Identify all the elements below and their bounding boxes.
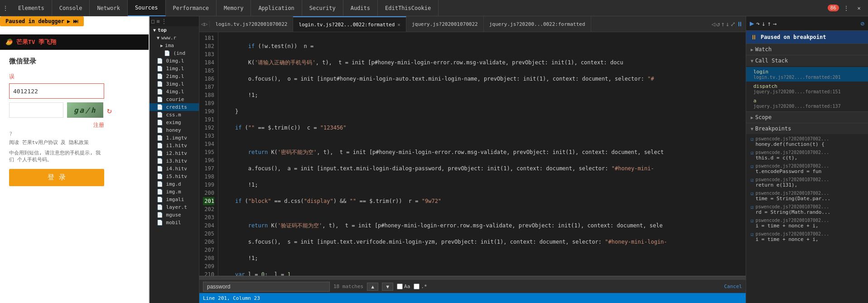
captcha-input[interactable] — [9, 102, 63, 118]
tab-ctrl-5[interactable]: ⤢ — [730, 20, 736, 28]
bp-check-5[interactable]: ☑ — [751, 204, 754, 210]
tree-item-imgtv[interactable]: 📄 1.imgtv — [149, 134, 199, 142]
step-btn[interactable]: → — [773, 20, 776, 27]
search-input[interactable] — [203, 282, 330, 292]
close-devtools-btn[interactable]: ✕ — [854, 3, 864, 14]
bp-check-7[interactable]: ☑ — [751, 231, 754, 237]
tree-item-layer[interactable]: 📄 layer.t — [149, 203, 199, 211]
call-stack-header[interactable]: ▼ Call Stack — [746, 55, 868, 66]
tab-console[interactable]: Console — [52, 0, 90, 16]
regex-checkbox[interactable] — [414, 284, 420, 289]
ln-185: 185 — [203, 67, 214, 75]
horizontal-scrollbar[interactable] — [199, 276, 746, 279]
deactivate-bp-btn[interactable]: ⊘ — [861, 20, 864, 27]
devtools-menu-btn[interactable]: ⋮ — [0, 3, 11, 14]
search-next-btn[interactable]: ▼ — [382, 283, 393, 291]
tab-nav-left[interactable]: ◁ — [201, 21, 204, 27]
call-stack-item-0[interactable]: login login.tv.js?202....formatted:201 — [746, 67, 868, 82]
bp-check-4[interactable]: ☑ — [751, 191, 754, 197]
tab-performance[interactable]: Performance — [166, 0, 217, 16]
more-options-btn[interactable]: ⋮ — [841, 3, 852, 14]
tab-memory[interactable]: Memory — [217, 0, 251, 16]
tree-item-mobil[interactable]: 📄 mobil — [149, 219, 199, 226]
tab-elements[interactable]: Elements — [11, 0, 52, 16]
tab-nav-right[interactable]: ▷ — [204, 21, 207, 27]
tab-audits[interactable]: Audits — [343, 0, 378, 16]
preview-content: 🥭 芒果TV 季飞翔 微信登录 误 4012122 — [0, 16, 149, 303]
tree-item-imgali[interactable]: 📄 imgali — [149, 196, 199, 203]
close-tab-btn[interactable]: ✕ — [397, 22, 400, 28]
tree-btn1[interactable]: □ — [151, 18, 154, 24]
call-stack-item-1[interactable]: dispatch jquery.js?20200....formatted:15… — [746, 82, 868, 96]
tab-security[interactable]: Security — [302, 0, 343, 16]
tab-sources[interactable]: Sources — [128, 0, 166, 16]
breakpoints-header[interactable]: ▼ Breakpoints — [746, 123, 868, 134]
tree-item-imgd[interactable]: 📄 img.d — [149, 180, 199, 188]
tree-item-css[interactable]: 📄 css.m — [149, 111, 199, 119]
tree-item-ind[interactable]: 📄 (ind — [149, 49, 199, 57]
watch-header[interactable]: ▶ Watch — [746, 44, 868, 55]
step-out-btn[interactable]: ↑ — [767, 20, 771, 27]
code-tab-login-formatted[interactable]: login.tv.js?202...0022:formatted ✕ — [293, 16, 406, 32]
tree-item-top[interactable]: ▼ top — [149, 26, 199, 34]
step-icon[interactable]: ⏭ — [73, 18, 78, 24]
register-link[interactable]: 注册 — [93, 121, 104, 129]
bp-check-0[interactable]: ☑ — [751, 136, 754, 142]
tree-item-i5hitv[interactable]: 📄 i5.hitv — [149, 173, 199, 180]
tree-item-i2hitv[interactable]: 📄 i2.hitv — [149, 149, 199, 157]
bp-text-4: pswencode.js?20200107002... time = Strin… — [756, 191, 831, 202]
call-stack-item-2[interactable]: a jquery.js?20200....formatted:137 — [746, 96, 868, 111]
tab-ctrl-pause[interactable]: ⏸ — [737, 20, 743, 28]
tree-item-ima[interactable]: ▶ ima — [149, 42, 199, 49]
tree-item-mguse[interactable]: 📄 mguse — [149, 211, 199, 219]
resume-btn[interactable]: ▶ — [750, 19, 754, 28]
login-button[interactable]: 登 录 — [9, 169, 104, 186]
bp-check-3[interactable]: ☑ — [751, 177, 754, 183]
tree-item-0img[interactable]: 📄 0img.l — [149, 57, 199, 65]
tree-item-honey[interactable]: 📄 honey — [149, 126, 199, 134]
bp-check-6[interactable]: ☑ — [751, 218, 754, 224]
search-prev-btn[interactable]: ▲ — [367, 283, 378, 291]
pause-icon[interactable]: ▶ — [67, 18, 70, 24]
tab-network[interactable]: Network — [90, 0, 128, 16]
tree-item-4img[interactable]: 📄 4img.l — [149, 88, 199, 96]
tree-btn2[interactable]: ≡ — [156, 18, 159, 24]
tree-item-imgm[interactable]: 📄 img.m — [149, 188, 199, 196]
tree-item-www[interactable]: ▼ www.r — [149, 34, 199, 42]
code-tab-jquery-orig[interactable]: jquery.js?202001070022 — [406, 16, 484, 32]
tab-ctrl-3[interactable]: ↑ — [721, 20, 724, 28]
refresh-captcha-btn[interactable]: ↻ — [107, 106, 112, 115]
tree-btn3[interactable]: ⋮ — [161, 18, 167, 24]
tree-item-3img[interactable]: 📄 3img.l — [149, 80, 199, 88]
tree-item-i3hitv[interactable]: 📄 i3.hitv — [149, 157, 199, 165]
bp-item-5: ☑ pswencode.js?20200107002... rd = Strin… — [746, 203, 868, 216]
scope-header[interactable]: ▶ Scope — [746, 112, 868, 123]
tree-item-i4hitv[interactable]: 📄 i4.hitv — [149, 165, 199, 173]
tree-item-courie[interactable]: 📄 courie — [149, 96, 199, 103]
bp-check-1[interactable]: ☑ — [751, 150, 754, 156]
phone-input-field[interactable]: 4012122 — [9, 83, 104, 99]
step-over-btn[interactable]: ↷ — [756, 20, 760, 27]
code-tab-jquery-formatted[interactable]: jquery.js?20200...0022:formatted — [484, 16, 591, 32]
tab-application[interactable]: Application — [251, 0, 302, 16]
tab-ctrl-4[interactable]: ↓ — [726, 20, 729, 28]
tab-ctrl-1[interactable]: ◁ — [711, 20, 715, 28]
bp-item-2: ☑ pswencode.js?20200107002... t.encodePa… — [746, 162, 868, 176]
code-line-196: var l = 0; l = 1 — [222, 270, 742, 276]
tree-item-i1hitv[interactable]: 📄 i1.hitv — [149, 142, 199, 149]
tree-item-1img[interactable]: 📄 1img.l — [149, 65, 199, 72]
code-content-area[interactable]: if (!w.test(n)) n = K('请输入正确的手机号码', t), … — [218, 32, 746, 276]
tree-item-credits[interactable]: 📄 credits — [149, 103, 199, 111]
tab-ctrl-2[interactable]: ↺ — [716, 20, 720, 28]
code-tab-login-orig[interactable]: login.tv.js?202001070022 — [210, 16, 293, 32]
tree-item-eximg[interactable]: 📄 eximg — [149, 119, 199, 126]
bp-check-2[interactable]: ☑ — [751, 164, 754, 169]
step-into-btn[interactable]: ↓ — [762, 20, 765, 27]
match-case-option[interactable]: Aa — [397, 284, 410, 289]
tree-item-2img[interactable]: 📄 2img.l — [149, 72, 199, 80]
match-case-checkbox[interactable] — [397, 284, 403, 289]
tab-editthiscookie[interactable]: EditThisCookie — [378, 0, 439, 16]
regex-option[interactable]: .* — [414, 284, 427, 289]
code-editor: 181 182 183 184 185 186 187 188 189 190 … — [199, 32, 746, 276]
search-cancel-btn[interactable]: Cancel — [724, 284, 742, 289]
